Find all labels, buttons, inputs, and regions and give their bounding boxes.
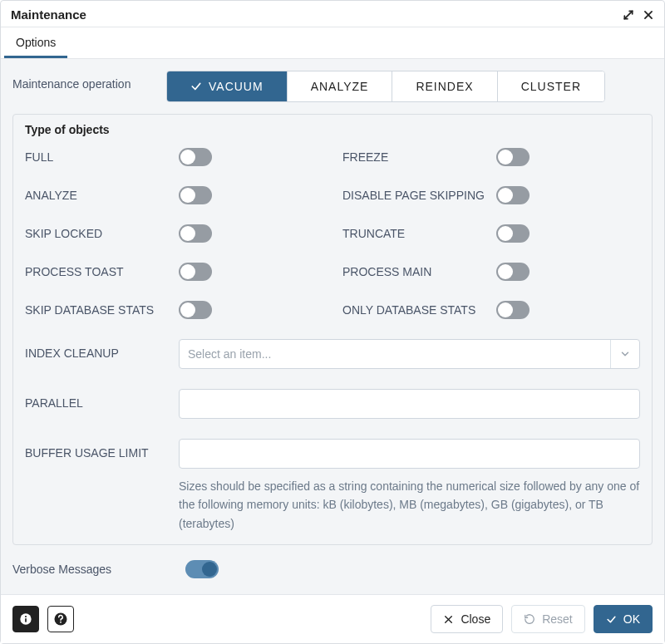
- toggle-label: ONLY DATABASE STATS: [342, 302, 496, 317]
- close-button-label: Close: [461, 612, 490, 626]
- parallel-input[interactable]: [179, 389, 640, 419]
- toggle-row-skip-locked: SKIP LOCKED: [25, 224, 323, 243]
- operation-label: Maintenance operation: [12, 71, 166, 91]
- toggle-only-db-stats[interactable]: [496, 301, 530, 319]
- info-icon: [19, 612, 32, 626]
- toggle-skip-db-stats[interactable]: [179, 301, 212, 319]
- operation-cluster[interactable]: CLUSTER: [498, 71, 604, 101]
- toggle-row-freeze: FREEZE: [342, 148, 640, 166]
- parallel-label: PARALLEL: [25, 389, 179, 410]
- toggle-analyze[interactable]: [179, 186, 212, 204]
- verbose-row: Verbose Messages: [12, 545, 653, 578]
- tab-label: Options: [16, 36, 56, 49]
- operation-analyze[interactable]: ANALYZE: [288, 71, 393, 101]
- toggle-row-disable-page-skipping: DISABLE PAGE SKIPPING: [342, 186, 640, 204]
- reset-icon: [524, 613, 535, 625]
- index-cleanup-label: INDEX CLEANUP: [25, 339, 179, 361]
- check-icon: [190, 81, 202, 92]
- operation-option-label: REINDEX: [416, 80, 473, 93]
- index-cleanup-select[interactable]: Select an item...: [179, 339, 640, 369]
- toggle-label: TRUNCATE: [342, 226, 496, 241]
- titlebar: Maintenance: [1, 1, 664, 27]
- toggle-freeze[interactable]: [496, 148, 530, 166]
- toggle-row-only-db-stats: ONLY DATABASE STATS: [342, 301, 640, 319]
- toggle-row-full: FULL: [25, 148, 323, 166]
- toggle-truncate[interactable]: [496, 224, 530, 243]
- buffer-limit-input[interactable]: [179, 439, 640, 469]
- reset-button[interactable]: Reset: [511, 605, 585, 633]
- toggle-row-process-main: PROCESS MAIN: [342, 263, 640, 281]
- operation-option-label: VACUUM: [209, 80, 264, 93]
- dialog-title: Maintenance: [11, 7, 86, 22]
- footer-left: [12, 606, 74, 632]
- toggle-full[interactable]: [179, 148, 212, 166]
- close-icon[interactable]: [643, 9, 654, 21]
- toggle-grid: FULL FREEZE ANALYZE DISABLE PAGE SKIPPIN…: [25, 136, 640, 319]
- toggle-label: FREEZE: [342, 150, 496, 165]
- tabs: Options: [1, 27, 664, 59]
- toggle-label: FULL: [25, 150, 179, 165]
- toggle-label: PROCESS MAIN: [342, 264, 496, 279]
- toggle-disable-page-skipping[interactable]: [496, 186, 530, 204]
- toggle-label: ANALYZE: [25, 188, 179, 203]
- svg-point-4: [60, 622, 62, 623]
- toggle-label: PROCESS TOAST: [25, 264, 179, 279]
- toggle-process-main[interactable]: [496, 263, 530, 281]
- toggle-skip-locked[interactable]: [179, 224, 212, 243]
- toggle-label: DISABLE PAGE SKIPPING: [342, 188, 496, 203]
- info-button[interactable]: [12, 606, 39, 632]
- verbose-label: Verbose Messages: [12, 563, 185, 576]
- help-button[interactable]: [47, 606, 74, 632]
- toggle-row-process-toast: PROCESS TOAST: [25, 263, 323, 281]
- toggle-label: SKIP LOCKED: [25, 226, 179, 241]
- toggle-verbose[interactable]: [185, 560, 219, 578]
- svg-point-1: [25, 616, 27, 617]
- tab-options[interactable]: Options: [4, 27, 67, 58]
- buffer-limit-row: BUFFER USAGE LIMIT Sizes should be speci…: [25, 439, 640, 533]
- toggle-row-analyze: ANALYZE: [25, 186, 323, 204]
- select-placeholder: Select an item...: [188, 347, 271, 361]
- x-icon: [443, 614, 454, 625]
- toggle-label: SKIP DATABASE STATS: [25, 302, 179, 317]
- reset-button-label: Reset: [542, 612, 573, 626]
- toggle-row-skip-db-stats: SKIP DATABASE STATS: [25, 301, 323, 319]
- maximize-icon[interactable]: [623, 9, 634, 21]
- svg-rect-2: [25, 618, 27, 622]
- operation-segmented: VACUUM ANALYZE REINDEX CLUSTER: [166, 71, 605, 102]
- close-button[interactable]: Close: [431, 605, 503, 633]
- titlebar-actions: [623, 9, 654, 21]
- toggle-row-truncate: TRUNCATE: [342, 224, 640, 243]
- toggle-process-toast[interactable]: [179, 263, 212, 281]
- buffer-limit-label: BUFFER USAGE LIMIT: [25, 439, 179, 460]
- operation-reindex[interactable]: REINDEX: [392, 71, 497, 101]
- ok-button-label: OK: [623, 612, 640, 626]
- buffer-limit-hint: Sizes should be specified as a string co…: [179, 477, 640, 533]
- operation-vacuum[interactable]: VACUUM: [167, 71, 288, 101]
- operation-row: Maintenance operation VACUUM ANALYZE REI…: [12, 71, 653, 102]
- index-cleanup-row: INDEX CLEANUP Select an item...: [25, 339, 640, 369]
- chevron-down-icon: [610, 340, 631, 368]
- dialog-footer: Close Reset OK: [1, 594, 664, 643]
- help-icon: [53, 612, 68, 627]
- dialog-body: Maintenance operation VACUUM ANALYZE REI…: [1, 59, 664, 594]
- operation-option-label: CLUSTER: [521, 80, 581, 93]
- fieldset-legend: Type of objects: [22, 123, 113, 136]
- type-of-objects-fieldset: Type of objects FULL FREEZE ANALYZE DISA…: [12, 114, 653, 545]
- maintenance-dialog: Maintenance Options Mai: [0, 0, 665, 644]
- footer-right: Close Reset OK: [431, 605, 653, 633]
- operation-option-label: ANALYZE: [311, 80, 369, 93]
- parallel-row: PARALLEL: [25, 389, 640, 419]
- check-icon: [606, 614, 617, 625]
- ok-button[interactable]: OK: [594, 605, 653, 633]
